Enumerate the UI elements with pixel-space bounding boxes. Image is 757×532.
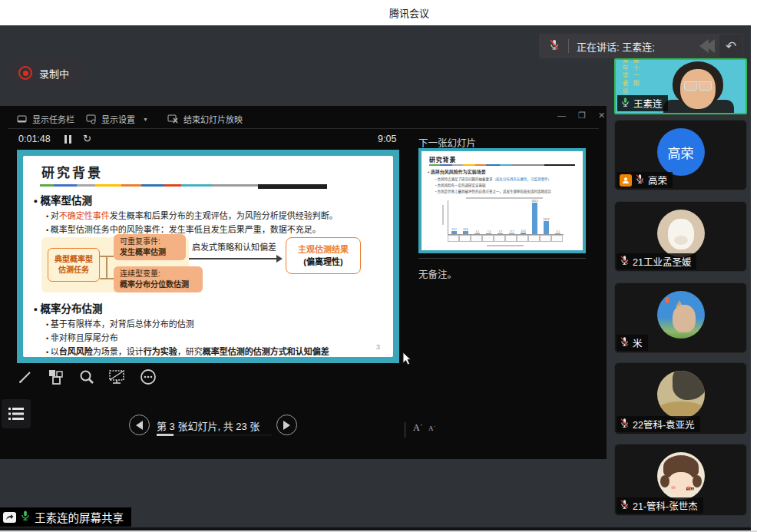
close-icon[interactable]: ✕	[598, 111, 605, 121]
participant-name-tag: 21-管科-张世杰	[617, 497, 703, 514]
mini-category-cell	[517, 235, 528, 242]
show-taskbar-button[interactable]: 显示任务栏	[17, 112, 74, 126]
zoom-slide-button[interactable]	[77, 367, 97, 387]
mini-category-cell	[459, 235, 471, 242]
mic-muted-icon	[548, 38, 560, 54]
notes-font-smaller-button[interactable]: A˙	[428, 425, 436, 432]
slide-title: 研究背景	[41, 162, 103, 181]
rewind-arrows-icon[interactable]	[702, 39, 715, 53]
next-slide-preview[interactable]: 研究背景 选择台风风险作为实验场景 台风特点满足了研究问题的抽象要求（损失分布具…	[418, 148, 586, 253]
diagram-arrow-label: 启发式策略和认知偏差	[192, 240, 276, 253]
previous-slide-button[interactable]	[129, 415, 150, 435]
slide-progress-bar	[157, 434, 272, 436]
section1-heading: 概率型估测	[34, 192, 92, 207]
screen-share-icon	[3, 512, 16, 523]
next-slide-button[interactable]	[276, 415, 297, 435]
mini-bar: 583.3	[530, 199, 540, 234]
pen-tool-button[interactable]	[15, 367, 35, 387]
display-settings-button[interactable]: 显示设置 ▼	[86, 112, 148, 126]
section2-bullet1: 基于有限样本，对背后总体分布的估测	[46, 317, 194, 329]
window-title: 腾讯会议	[389, 5, 429, 20]
mini-bar: 243.8	[541, 217, 551, 234]
participant-name-tag: 高荣	[617, 172, 673, 188]
next-bullet1: 台风特点满足了研究问题的抽象要求（损失分布具有长尾性，可监测事件）	[435, 177, 551, 182]
avatar	[657, 291, 705, 339]
participant-name: 米	[633, 335, 643, 350]
diagram-arrowhead	[276, 255, 283, 263]
section1-bullet1: 对不确定性事件发生概率和后果分布的主观评估，为风险分析提供经验判断。	[46, 209, 338, 221]
slideshow-timer: 0:01:48	[18, 134, 51, 144]
diagram-arrow	[189, 258, 278, 259]
next-slide-heading: 选择台风风险作为实验场景	[428, 168, 486, 175]
mouse-cursor	[402, 352, 412, 368]
diagram-left-box: 典型概率型估测任务	[48, 248, 100, 282]
speaking-label: 正在讲话: 王素连;	[577, 39, 655, 54]
mini-category-cell	[540, 235, 551, 242]
avatar-art	[683, 81, 712, 90]
window-controls: — ❐ ✕	[557, 111, 605, 121]
black-screen-button[interactable]	[107, 367, 127, 387]
mini-category-cell	[494, 235, 505, 242]
minimize-icon[interactable]: —	[557, 111, 566, 121]
participant-name: 王素连	[633, 96, 663, 111]
participant-name: 21-管科-张世杰	[633, 498, 698, 513]
next-title-underline	[429, 164, 575, 166]
next-slide-title: 研究背景	[429, 154, 456, 164]
end-slideshow-button[interactable]: 结束幻灯片放映	[167, 112, 243, 126]
speaking-toast: 正在讲话: 王素连; ↶	[539, 34, 743, 58]
participant-tile[interactable]: 21工业孟圣媛	[614, 201, 747, 272]
pause-timer-button[interactable]	[64, 135, 71, 144]
mic-muted-icon	[620, 499, 630, 513]
screen-share-banner: 王素连的屏幕共享	[0, 507, 131, 527]
divider	[405, 422, 405, 438]
next-bullet3: 台风是世界上最具破坏性的自然灾害之一，其发生频率和损失因时因地而异	[435, 189, 551, 194]
avatar	[657, 371, 705, 418]
diagram-bottom-box: 连续型变量:概率分布分位数估测	[114, 266, 203, 292]
participant-name-tag: 21工业孟圣媛	[617, 253, 696, 269]
restart-timer-button[interactable]: ↻	[83, 133, 91, 144]
notes-placeholder: 无备注。	[418, 266, 457, 281]
participant-name: 21工业孟圣媛	[633, 254, 691, 269]
divider	[418, 258, 586, 259]
chevron-down-icon: ▼	[143, 117, 148, 122]
recording-badge: 录制中	[9, 60, 84, 86]
slide-content: 研究背景 概率型估测 对不确定性事件发生概率和后果分布的主观评估，为风险分析提供…	[23, 156, 393, 357]
participant-tile[interactable]: 22管科-袁亚光	[614, 362, 747, 435]
display-settings-label: 显示设置	[101, 113, 135, 125]
notes-list-button[interactable]	[2, 399, 31, 428]
participant-tile[interactable]: 高荣 高荣	[614, 120, 747, 190]
presenter-view-window: 显示任务栏 显示设置 ▼ 结束幻灯片放映 — ❐ ✕ 0:01:48 ↻ 9:0…	[0, 106, 607, 459]
participant-name: 22管科-袁亚光	[633, 417, 695, 431]
more-options-button[interactable]	[138, 367, 158, 387]
see-all-slides-button[interactable]	[46, 367, 66, 387]
share-banner-label: 王素连的屏幕共享	[35, 509, 124, 525]
participant-tile[interactable]: 米	[614, 283, 747, 353]
participant-tile[interactable]: 21-管科-张世杰	[614, 444, 747, 516]
mini-category-cell	[482, 235, 494, 242]
section2-bullet3: 以台风风险为场景，设计行为实验，研究概率型估测的估测方式和认知偏差	[46, 345, 329, 357]
mini-category-cell	[528, 235, 540, 242]
preview-chart-bars: 53.763.64.17.44.717.225.2583.3243.80.1	[448, 200, 564, 235]
mini-chart-ylabel	[442, 205, 444, 225]
window-titlebar: 腾讯会议	[0, 0, 757, 25]
section2-heading: 概率分布估测	[34, 300, 102, 316]
section1-bullet2: 概率型估测任务中的风险事件：发生率低且发生后果严重，数据不充足。	[46, 223, 321, 235]
highlighted-text: 不确定性事件	[59, 211, 110, 220]
mini-category-cell	[448, 235, 459, 242]
divider	[8, 128, 599, 129]
mini-bar: 25.2	[518, 229, 528, 234]
section2-bullet2: 非对称且厚尾分布	[46, 331, 118, 343]
maximize-icon[interactable]: ❐	[578, 111, 586, 121]
participant-name-tag: 王素连	[617, 95, 668, 111]
notes-font-larger-button[interactable]: A˙	[413, 422, 423, 434]
connector-line	[106, 256, 107, 279]
show-taskbar-label: 显示任务栏	[32, 113, 74, 125]
participant-tile-video[interactable]: 青年学者论坛 第十一期 王素连	[614, 58, 747, 114]
avatar: 高荣	[657, 128, 705, 176]
reply-arrow-icon[interactable]: ↶	[719, 35, 742, 58]
slide-page-number: 3	[376, 343, 380, 351]
mic-muted-icon	[635, 173, 645, 187]
current-slide[interactable]: 研究背景 概率型估测 对不确定性事件发生概率和后果分布的主观评估，为风险分析提供…	[17, 150, 399, 363]
divider	[568, 39, 569, 53]
mic-on-icon	[620, 97, 630, 111]
